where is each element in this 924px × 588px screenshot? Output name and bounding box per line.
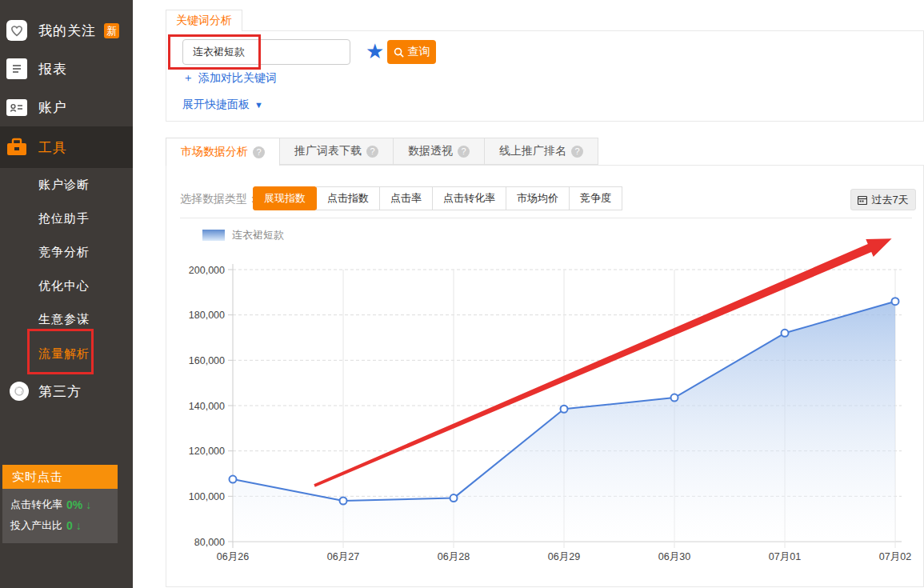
sidebar-item-my-follow[interactable]: 我的关注 新 [0, 13, 133, 48]
data-type-click-index[interactable]: 点击指数 [316, 186, 380, 210]
sidebar-item-third-party[interactable]: 第三方 [0, 374, 133, 409]
help-icon[interactable]: ? [571, 146, 583, 158]
data-type-impression-index[interactable]: 展现指数 [253, 186, 317, 210]
down-arrow-icon: ↓ [86, 498, 91, 511]
svg-text:140,000: 140,000 [189, 401, 225, 412]
sidebar: 我的关注 新 报表 账户 工具 账户诊断 抢位助手 竞争分析 优化中心 生意参谋… [0, 0, 133, 588]
help-icon[interactable]: ? [366, 146, 378, 158]
sidebar-subitem-business-advisor[interactable]: 生意参谋 [38, 312, 90, 327]
plus-icon: ＋ [182, 71, 194, 86]
report-icon [6, 58, 27, 79]
svg-text:100,000: 100,000 [189, 491, 225, 502]
sidebar-subitem-rank-assistant[interactable]: 抢位助手 [38, 211, 90, 226]
legend-label: 连衣裙短款 [232, 228, 284, 242]
sidebar-item-label: 第三方 [38, 382, 82, 401]
svg-text:160,000: 160,000 [189, 355, 225, 366]
account-card-icon [6, 99, 27, 116]
add-compare-keyword-link[interactable]: ＋ 添加对比关键词 [182, 71, 277, 86]
help-icon[interactable]: ? [253, 146, 265, 158]
heart-icon [6, 20, 27, 41]
date-range-button[interactable]: 过去7天 [850, 189, 916, 210]
analysis-tabs: 市场数据分析 ? 推广词表下载 ? 数据透视 ? 线上推广排名 ? [166, 138, 598, 166]
sidebar-item-account[interactable]: 账户 [0, 90, 133, 125]
sidebar-item-label: 工具 [38, 138, 67, 157]
search-icon [394, 47, 404, 58]
realtime-click-widget: 实时点击 点击转化率 0% ↓ 投入产出比 0 ↓ [2, 465, 118, 543]
data-type-ctr[interactable]: 点击率 [379, 186, 433, 210]
tab-online-promo-ranking[interactable]: 线上推广排名 ? [484, 138, 598, 165]
data-type-button-group: 展现指数 点击指数 点击率 点击转化率 市场均价 竞争度 [254, 186, 622, 210]
sidebar-subitem-optimization-center[interactable]: 优化中心 [38, 278, 90, 294]
caret-down-icon: ▼ [254, 100, 263, 110]
sidebar-item-label: 我的关注 [38, 22, 96, 40]
data-type-label: 选择数据类型： [180, 192, 258, 206]
legend-swatch [202, 230, 225, 241]
svg-text:200,000: 200,000 [189, 265, 225, 276]
favorite-star-icon[interactable]: ★ [366, 39, 384, 64]
svg-text:06月27: 06月27 [327, 551, 359, 562]
tab-promo-wordlist-download[interactable]: 推广词表下载 ? [279, 138, 394, 165]
tab-market-data-analysis[interactable]: 市场数据分析 ? [166, 138, 280, 166]
data-type-market-avg-price[interactable]: 市场均价 [506, 186, 570, 210]
page: 我的关注 新 报表 账户 工具 账户诊断 抢位助手 竞争分析 优化中心 生意参谋… [0, 0, 924, 588]
expand-quick-panel-link[interactable]: 展开快捷面板 ▼ [182, 98, 263, 112]
sidebar-subitem-traffic-analysis[interactable]: 流量解析 [38, 346, 90, 362]
query-button[interactable]: 查询 [387, 40, 436, 64]
svg-text:180,000: 180,000 [189, 310, 225, 321]
tab-keyword-analysis[interactable]: 关键词分析 [166, 10, 242, 31]
third-party-icon [10, 382, 29, 401]
realtime-row-ctr: 点击转化率 0% ↓ [10, 498, 110, 512]
data-type-competition[interactable]: 竞争度 [569, 186, 622, 210]
sidebar-item-label: 报表 [38, 60, 67, 78]
briefcase-icon [6, 137, 27, 158]
realtime-row-roi: 投入产出比 0 ↓ [10, 518, 110, 533]
svg-text:07月01: 07月01 [769, 551, 801, 562]
data-type-click-conversion[interactable]: 点击转化率 [432, 186, 506, 210]
down-arrow-icon: ↓ [76, 519, 82, 532]
keyword-search-input[interactable] [182, 39, 350, 65]
chart-legend: 连衣裙短款 [202, 228, 284, 242]
sidebar-item-label: 账户 [38, 98, 67, 117]
realtime-widget-title: 实时点击 [2, 465, 118, 489]
sidebar-item-tools[interactable]: 工具 [0, 126, 133, 168]
new-badge: 新 [104, 23, 119, 38]
trend-line-chart: 80,000100,000120,000140,000160,000180,00… [180, 218, 924, 586]
help-icon[interactable]: ? [458, 146, 470, 158]
tab-data-perspective[interactable]: 数据透视 ? [393, 138, 485, 165]
sidebar-subitem-competition-analysis[interactable]: 竞争分析 [38, 245, 90, 260]
svg-text:06月29: 06月29 [548, 551, 580, 562]
sidebar-item-reports[interactable]: 报表 [0, 51, 133, 86]
svg-text:06月28: 06月28 [438, 551, 470, 562]
svg-text:120,000: 120,000 [189, 446, 225, 457]
sidebar-subitem-account-diagnosis[interactable]: 账户诊断 [38, 178, 90, 193]
svg-text:06月30: 06月30 [658, 551, 690, 562]
calendar-icon [858, 195, 867, 205]
svg-text:80,000: 80,000 [194, 537, 225, 548]
svg-text:07月02: 07月02 [879, 551, 911, 562]
svg-text:06月26: 06月26 [217, 551, 249, 562]
